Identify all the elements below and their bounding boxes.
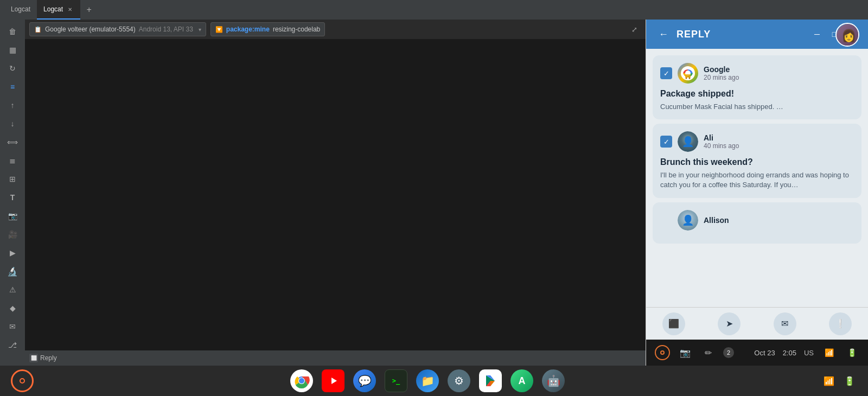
google-notif-title: Package shipped!: [660, 89, 854, 99]
add-tab-button[interactable]: +: [82, 3, 95, 16]
reply-action-bar: ⬛ ➤ ✉ ❕: [646, 307, 868, 340]
notification-checkbox[interactable]: [660, 67, 672, 79]
format-button[interactable]: ≣: [5, 153, 20, 168]
reply-icon: ⬜: [29, 354, 38, 362]
ali-sender-name: Ali: [704, 133, 739, 142]
svg-point-4: [689, 78, 691, 79]
scroll-up-button[interactable]: ↑: [5, 98, 20, 113]
api-info-label: Android 13, API 33: [139, 25, 193, 33]
taskbar-emulator-icon[interactable]: 🤖: [542, 369, 565, 392]
allison-sender-name: Allison: [704, 216, 729, 225]
allison-notification-card[interactable]: 👤 Allison: [653, 202, 861, 244]
tab-close-button[interactable]: ✕: [66, 5, 74, 13]
messages-button[interactable]: ✉: [5, 319, 20, 334]
device-selector[interactable]: 📋 Google volteer (emulator-5554) Android…: [29, 22, 206, 36]
tab-label-active: Logcat: [43, 5, 63, 13]
record-button[interactable]: 🎥: [5, 227, 20, 242]
taskbar-chrome-icon[interactable]: [290, 369, 313, 392]
filter-icon: 🔽: [215, 26, 223, 33]
ali-notif-time: 40 mins ago: [704, 142, 739, 150]
allison-notif-meta: Allison: [704, 216, 729, 225]
logcat-toolbar: 📋 Google volteer (emulator-5554) Android…: [25, 20, 646, 39]
inspect-button[interactable]: 🔬: [5, 264, 20, 279]
notification-badge[interactable]: 2: [723, 347, 734, 358]
tab-label: Logcat: [11, 5, 30, 13]
ali-notification-checkbox[interactable]: [660, 136, 672, 148]
tab-logcat1[interactable]: Logcat: [4, 0, 37, 20]
back-button[interactable]: ←: [655, 25, 672, 43]
reply-panel: ← REPLY ─ □ ✕ 👩: [646, 20, 868, 366]
play-button[interactable]: ▶: [5, 245, 20, 260]
branch-button[interactable]: ⎇: [5, 337, 20, 353]
taskbar-wifi-icon: 📶: [821, 373, 837, 388]
reply-label: Reply: [40, 354, 57, 362]
ali-avatar-image: 👤: [678, 131, 698, 152]
ali-notification-card[interactable]: 👤 Ali 40 mins ago Brunch this weekend? I…: [653, 124, 861, 197]
tab-logcat2[interactable]: Logcat ✕: [37, 0, 80, 20]
send-action-button[interactable]: ➤: [718, 312, 741, 335]
expand-button[interactable]: ⤢: [627, 22, 641, 36]
screenshot-tray-button[interactable]: 📷: [678, 345, 693, 360]
checkmark-icon: [663, 69, 669, 78]
google-avatar-image: [678, 63, 698, 84]
bottom-status-bar: ⬜ Reply: [25, 350, 646, 366]
power-button[interactable]: [655, 345, 670, 360]
allison-app-avatar: 👤: [678, 210, 698, 231]
google-notif-body: Cucumber Mask Facial has shipped. …: [660, 102, 854, 112]
layout-button[interactable]: ⊞: [5, 171, 20, 187]
wrap-button[interactable]: ⟺: [5, 135, 20, 150]
taskbar-left: [11, 369, 34, 392]
taskbar-playstore-icon[interactable]: [479, 369, 502, 392]
restart-button[interactable]: ↻: [5, 61, 20, 76]
system-tray-bar: 📷 ✏ 2 Oct 23 2:05 US 📶 🔋: [646, 340, 868, 366]
device-chevron-icon: ▾: [199, 27, 201, 33]
clear-logcat-button[interactable]: 🗑: [5, 24, 20, 39]
reply-user-avatar: 👩: [835, 23, 859, 47]
battery-icon: 🔋: [844, 345, 859, 360]
svg-point-3: [686, 78, 687, 79]
statistics-button[interactable]: ▦: [5, 42, 20, 58]
wifi-icon: 📶: [821, 345, 837, 360]
profiler-button[interactable]: ◆: [5, 301, 20, 316]
taskbar-files-icon[interactable]: 📁: [416, 369, 439, 392]
screenshot-button[interactable]: 📷: [5, 208, 20, 223]
back-arrow-icon: ←: [659, 29, 668, 40]
email-action-button[interactable]: ✉: [774, 312, 796, 335]
taskbar-messages-icon[interactable]: 💬: [353, 369, 376, 392]
taskbar-terminal-icon[interactable]: >_: [385, 369, 407, 392]
filter-selector[interactable]: 🔽 package:mine resizing-codelab: [210, 22, 325, 36]
device-icon: 📋: [34, 26, 42, 33]
google-app-avatar: [678, 63, 698, 84]
edit-tray-button[interactable]: ✏: [700, 345, 716, 360]
reply-indicator[interactable]: ⬜ Reply: [29, 354, 57, 362]
allison-avatar-image: 👤: [678, 210, 698, 231]
send-action-icon: ➤: [726, 318, 733, 329]
taskbar-center: 💬 >_ 📁 ⚙: [290, 369, 565, 392]
reply-header: ← REPLY ─ □ ✕ 👩: [646, 20, 868, 49]
scroll-down-button[interactable]: ↓: [5, 116, 20, 131]
alert-action-button[interactable]: ❕: [829, 312, 852, 335]
ali-notif-title: Brunch this weekend?: [660, 157, 854, 167]
google-notif-time: 20 mins ago: [704, 74, 739, 81]
checkmark-icon: [663, 138, 669, 146]
filter-button[interactable]: ≡: [5, 79, 20, 94]
minimize-button[interactable]: ─: [809, 27, 825, 42]
ide-left-panel: 🗑 ▦ ↻ ≡ ↑ ↓ ⟺ ≣ ⊞ T 📷 🎥 ▶ 🔬 ⚠ ◆ ✉ ⎇: [0, 20, 25, 366]
taskbar-power-button[interactable]: [11, 369, 34, 392]
logcat-content[interactable]: [25, 39, 646, 350]
ali-notif-meta: Ali 40 mins ago: [704, 133, 739, 150]
taskbar-youtube-icon[interactable]: [322, 369, 344, 392]
google-notification-card[interactable]: Google 20 mins ago Package shipped! Cucu…: [653, 55, 861, 119]
email-action-icon: ✉: [781, 318, 788, 329]
issues-button[interactable]: ⚠: [5, 282, 20, 297]
device-name-label: Google volteer (emulator-5554): [45, 25, 136, 33]
alert-action-icon: ❕: [835, 318, 846, 329]
reply-title: REPLY: [676, 29, 711, 40]
notification-header: 👤 Allison: [660, 210, 854, 231]
taskbar-studio-icon[interactable]: A: [510, 369, 533, 392]
message-action-button[interactable]: ⬛: [662, 312, 685, 335]
text-button[interactable]: T: [5, 190, 20, 205]
filter-value-label: resizing-codelab: [273, 25, 320, 33]
system-time: 2:05: [783, 349, 796, 357]
taskbar-settings-icon[interactable]: ⚙: [448, 369, 470, 392]
